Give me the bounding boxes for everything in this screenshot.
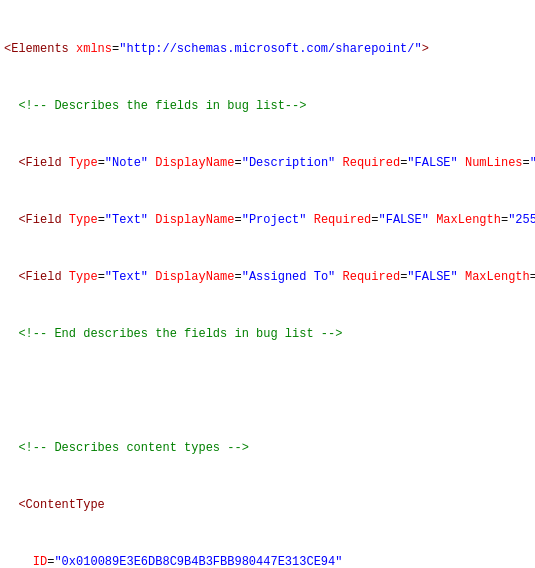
line-6: <!-- End describes the fields in bug lis…	[4, 325, 531, 344]
line-1: <Elements xmlns="http://schemas.microsof…	[4, 40, 531, 59]
line-10: ID="0x010089E3E6DB8C9B4B3FBB980447E313CE…	[4, 553, 531, 568]
line-5: <Field Type="Text" DisplayName="Assigned…	[4, 268, 531, 287]
code-container: <Elements xmlns="http://schemas.microsof…	[0, 0, 535, 568]
line-3: <Field Type="Note" DisplayName="Descript…	[4, 154, 531, 173]
line-2: <!-- Describes the fields in bug list-->	[4, 97, 531, 116]
line-7	[4, 382, 531, 401]
line-8: <!-- Describes content types -->	[4, 439, 531, 458]
line-4: <Field Type="Text" DisplayName="Project"…	[4, 211, 531, 230]
line-9: <ContentType	[4, 496, 531, 515]
